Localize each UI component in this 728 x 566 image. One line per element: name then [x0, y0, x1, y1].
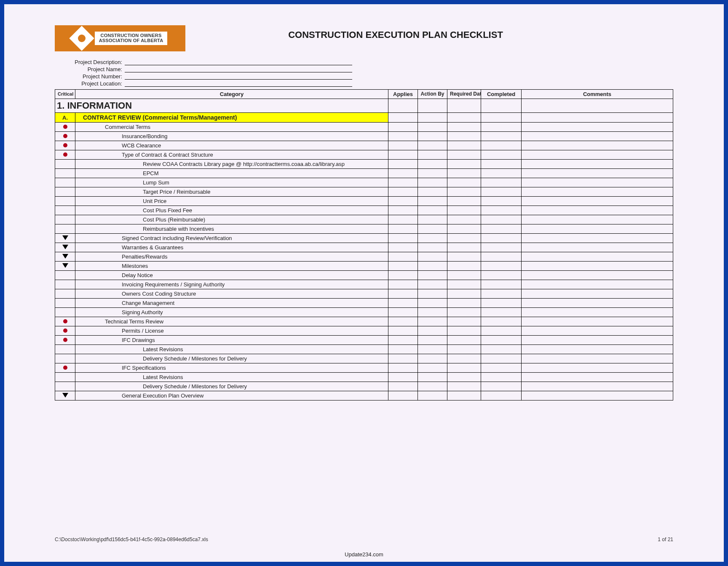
table-cell[interactable] [447, 271, 481, 280]
table-cell[interactable] [388, 382, 418, 391]
table-cell[interactable] [447, 280, 481, 289]
table-cell[interactable] [418, 197, 447, 206]
table-cell[interactable] [388, 262, 418, 271]
table-cell[interactable] [447, 363, 481, 373]
table-cell[interactable] [447, 132, 481, 141]
table-cell[interactable] [418, 123, 447, 132]
table-cell[interactable] [388, 308, 418, 317]
table-cell[interactable] [447, 262, 481, 271]
table-cell[interactable] [522, 326, 673, 336]
table-cell[interactable] [481, 123, 522, 132]
table-cell[interactable] [418, 363, 447, 373]
table-cell[interactable] [418, 224, 447, 234]
table-cell[interactable] [418, 391, 447, 400]
table-cell[interactable] [418, 178, 447, 187]
table-cell[interactable] [522, 99, 673, 113]
table-cell[interactable] [522, 197, 673, 206]
table-cell[interactable] [418, 299, 447, 308]
table-cell[interactable] [388, 99, 418, 113]
table-cell[interactable] [418, 99, 447, 113]
table-cell[interactable] [447, 160, 481, 169]
table-cell[interactable] [418, 132, 447, 141]
table-cell[interactable] [418, 234, 447, 243]
table-cell[interactable] [447, 336, 481, 345]
table-cell[interactable] [388, 299, 418, 308]
table-cell[interactable] [388, 317, 418, 326]
table-cell[interactable] [447, 252, 481, 262]
table-cell[interactable] [418, 373, 447, 382]
table-cell[interactable] [447, 169, 481, 178]
table-cell[interactable] [522, 373, 673, 382]
meta-field-description[interactable] [125, 59, 352, 65]
table-cell[interactable] [388, 391, 418, 400]
table-cell[interactable] [481, 345, 522, 354]
table-cell[interactable] [388, 113, 418, 123]
table-cell[interactable] [388, 243, 418, 252]
table-cell[interactable] [388, 224, 418, 234]
table-cell[interactable] [481, 308, 522, 317]
table-cell[interactable] [481, 150, 522, 160]
table-cell[interactable] [388, 373, 418, 382]
table-cell[interactable] [418, 289, 447, 299]
table-cell[interactable] [388, 252, 418, 262]
table-cell[interactable] [418, 243, 447, 252]
table-cell[interactable] [447, 243, 481, 252]
table-cell[interactable] [522, 280, 673, 289]
table-cell[interactable] [481, 289, 522, 299]
table-cell[interactable] [481, 197, 522, 206]
table-cell[interactable] [447, 187, 481, 197]
table-cell[interactable] [388, 141, 418, 150]
table-cell[interactable] [388, 160, 418, 169]
table-cell[interactable] [418, 206, 447, 215]
table-cell[interactable] [447, 382, 481, 391]
table-cell[interactable] [418, 262, 447, 271]
table-cell[interactable] [447, 391, 481, 400]
table-cell[interactable] [522, 224, 673, 234]
table-cell[interactable] [522, 187, 673, 197]
table-cell[interactable] [447, 206, 481, 215]
table-cell[interactable] [522, 391, 673, 400]
table-cell[interactable] [447, 197, 481, 206]
table-cell[interactable] [522, 336, 673, 345]
table-cell[interactable] [447, 150, 481, 160]
table-cell[interactable] [481, 132, 522, 141]
table-cell[interactable] [481, 271, 522, 280]
table-cell[interactable] [388, 187, 418, 197]
table-cell[interactable] [522, 382, 673, 391]
table-cell[interactable] [418, 382, 447, 391]
table-cell[interactable] [447, 354, 481, 363]
table-cell[interactable] [418, 252, 447, 262]
table-cell[interactable] [388, 215, 418, 224]
table-cell[interactable] [388, 169, 418, 178]
table-cell[interactable] [418, 345, 447, 354]
table-cell[interactable] [418, 160, 447, 169]
table-cell[interactable] [481, 280, 522, 289]
table-cell[interactable] [418, 113, 447, 123]
table-cell[interactable] [418, 141, 447, 150]
table-cell[interactable] [388, 345, 418, 354]
table-cell[interactable] [481, 354, 522, 363]
table-cell[interactable] [447, 113, 481, 123]
table-cell[interactable] [447, 99, 481, 113]
table-cell[interactable] [447, 123, 481, 132]
table-cell[interactable] [447, 215, 481, 224]
table-cell[interactable] [522, 345, 673, 354]
table-cell[interactable] [388, 206, 418, 215]
table-cell[interactable] [481, 299, 522, 308]
table-cell[interactable] [447, 178, 481, 187]
table-cell[interactable] [388, 354, 418, 363]
table-cell[interactable] [418, 336, 447, 345]
table-cell[interactable] [388, 178, 418, 187]
table-cell[interactable] [418, 280, 447, 289]
table-cell[interactable] [481, 326, 522, 336]
table-cell[interactable] [522, 308, 673, 317]
table-cell[interactable] [522, 132, 673, 141]
table-cell[interactable] [522, 354, 673, 363]
table-cell[interactable] [388, 271, 418, 280]
table-cell[interactable] [481, 373, 522, 382]
table-cell[interactable] [522, 243, 673, 252]
table-cell[interactable] [418, 354, 447, 363]
table-cell[interactable] [418, 308, 447, 317]
table-cell[interactable] [522, 123, 673, 132]
table-cell[interactable] [481, 178, 522, 187]
